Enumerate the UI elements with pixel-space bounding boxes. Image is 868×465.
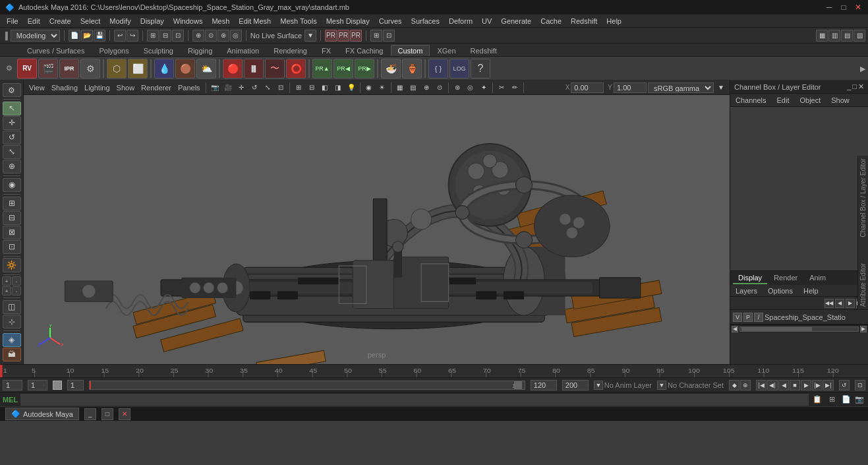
taskbar-minimize-btn[interactable]: _ bbox=[84, 408, 96, 420]
vt-edit2-icon[interactable]: ✏ bbox=[509, 82, 521, 94]
panel-collapse-left[interactable]: ▐ bbox=[3, 32, 8, 40]
lt-render-btn[interactable]: 🔆 bbox=[3, 258, 21, 272]
shelf-pr3-icon[interactable]: PR▶ bbox=[355, 59, 374, 78]
lt-rotate-btn[interactable]: ↺ bbox=[3, 131, 21, 144]
shelf-geo2-icon[interactable]: ▐▌ bbox=[244, 59, 264, 78]
shelf-curve-icon[interactable]: 〜 bbox=[265, 59, 285, 78]
snap-point-btn[interactable]: ⊛ bbox=[217, 30, 229, 42]
lt-grid-btn2[interactable]: - bbox=[12, 276, 21, 286]
range-bar[interactable]: 120 bbox=[89, 381, 525, 390]
shelf-sphere2-icon[interactable]: ⭕ bbox=[286, 59, 306, 78]
shelf-tab-curves[interactable]: Curves / Surfaces bbox=[20, 45, 92, 56]
menu-redshift[interactable]: Redshift bbox=[567, 16, 601, 26]
speed-btn[interactable]: ⊡ bbox=[855, 380, 865, 390]
rp-arrow-first[interactable]: ◀◀ bbox=[825, 299, 834, 308]
shelf-pr2-icon[interactable]: PR◀ bbox=[333, 59, 353, 78]
vt-view[interactable]: View bbox=[26, 83, 47, 92]
timeline-ruler[interactable]: 1 5 10 15 20 25 30 35 40 45 50 55 60 bbox=[0, 365, 868, 377]
layout-btn3[interactable]: ▤ bbox=[841, 30, 853, 42]
snap-surf-btn[interactable]: ◎ bbox=[230, 30, 242, 42]
menu-cache[interactable]: Cache bbox=[536, 16, 565, 26]
menu-windows[interactable]: Windows bbox=[169, 16, 207, 26]
vt-texture-icon[interactable]: ◨ bbox=[332, 82, 344, 94]
shelf-tab-fx[interactable]: FX bbox=[314, 45, 338, 56]
rp-scroll-left-btn[interactable]: ◀ bbox=[732, 326, 738, 332]
select-type-btn[interactable]: ⊟ bbox=[159, 30, 171, 42]
shelf-ipr-icon[interactable]: IPR bbox=[59, 59, 79, 78]
shelf-sphere-icon[interactable]: 🟤 bbox=[175, 59, 195, 78]
lt-universal-btn[interactable]: ⊕ bbox=[3, 160, 21, 173]
viewport-3d[interactable]: X Y Z persp bbox=[24, 95, 730, 364]
lt-settings-btn[interactable]: ⚙ bbox=[3, 83, 21, 97]
lt-soft-sel-btn[interactable]: ◉ bbox=[3, 178, 21, 192]
vt-hud-icon[interactable]: ▤ bbox=[407, 82, 419, 94]
vt-colorspace-dropdown-icon[interactable]: ▼ bbox=[715, 82, 727, 94]
menu-modify[interactable]: Modify bbox=[105, 16, 134, 26]
rp-channels-menu[interactable]: Channels bbox=[733, 96, 768, 105]
rp-layer-p-btn[interactable]: P bbox=[743, 313, 753, 322]
rp-display-tab[interactable]: Display bbox=[733, 272, 767, 284]
menu-mesh[interactable]: Mesh bbox=[208, 16, 233, 26]
menu-file[interactable]: File bbox=[3, 16, 22, 26]
shelf-icon2[interactable]: 🎬 bbox=[38, 59, 58, 78]
menu-display[interactable]: Display bbox=[136, 16, 168, 26]
play-last-btn[interactable]: ▶| bbox=[823, 380, 834, 390]
stop-btn[interactable]: ■ bbox=[790, 380, 800, 390]
shelf-arrow-right[interactable]: ▶ bbox=[860, 64, 865, 73]
shelf-rv-icon[interactable]: RV bbox=[17, 59, 37, 78]
shelf-poly-icon[interactable]: ⬡ bbox=[107, 59, 127, 78]
vtab-attribute-editor[interactable]: Attribute Editor bbox=[859, 263, 867, 307]
rp-edit-menu[interactable]: Edit bbox=[774, 96, 792, 105]
shelf-render2-icon[interactable]: 🏺 bbox=[402, 59, 422, 78]
frame-start-input[interactable] bbox=[3, 380, 22, 390]
menu-uv[interactable]: UV bbox=[478, 16, 496, 26]
taskbar-maya-btn[interactable]: 🔷 Autodesk Maya bbox=[5, 408, 79, 420]
cmd-icon-right[interactable]: ⊞ bbox=[826, 394, 838, 406]
loop-btn[interactable]: ↺ bbox=[839, 380, 850, 390]
taskbar-close-btn[interactable]: ✕ bbox=[119, 408, 130, 420]
anim-extra-btn[interactable]: ⊕ bbox=[740, 380, 751, 390]
lt-move-btn[interactable]: ✛ bbox=[3, 116, 21, 130]
vt-grid-icon[interactable]: ▦ bbox=[394, 82, 406, 94]
play-first-btn[interactable]: |◀ bbox=[756, 380, 767, 390]
layout-btn2[interactable]: ▥ bbox=[828, 30, 840, 42]
shelf-settings-btn[interactable]: ⚙ bbox=[3, 62, 16, 75]
open-scene-btn[interactable]: 📂 bbox=[81, 30, 93, 42]
cmd-icon-left[interactable]: 📋 bbox=[811, 394, 823, 406]
rp-object-menu[interactable]: Object bbox=[797, 96, 823, 105]
shelf-tab-rendering[interactable]: Rendering bbox=[266, 45, 314, 56]
shelf-tab-animation[interactable]: Animation bbox=[219, 45, 266, 56]
save-scene-btn[interactable]: 💾 bbox=[94, 30, 105, 42]
shelf-pr1-icon[interactable]: PR▲ bbox=[312, 59, 332, 78]
shelf-drop-icon[interactable]: 💧 bbox=[154, 59, 174, 78]
rp-scroll-track[interactable] bbox=[739, 326, 859, 332]
rp-arrow-next[interactable]: ▶ bbox=[846, 299, 855, 308]
total-end-input[interactable] bbox=[562, 380, 589, 390]
extra-btn2[interactable]: ⊡ bbox=[383, 30, 395, 42]
play-step-fwd-btn[interactable]: |▶ bbox=[812, 380, 823, 390]
vt-sel-icon[interactable]: ⊙ bbox=[434, 82, 446, 94]
snap-curve-btn[interactable]: ⊙ bbox=[205, 30, 217, 42]
vt-smooth-icon[interactable]: ⊟ bbox=[306, 82, 318, 94]
snap-grid-btn[interactable]: ⊕ bbox=[192, 30, 204, 42]
mode-selector[interactable]: Modeling bbox=[11, 30, 60, 42]
render-btn[interactable]: PR bbox=[325, 30, 337, 42]
ipr-btn[interactable]: PR bbox=[337, 30, 349, 42]
char-set-dropdown-icon[interactable]: ▼ bbox=[657, 381, 666, 390]
shelf-cloud-icon[interactable]: ⛅ bbox=[196, 59, 216, 78]
shelf-tab-redshift[interactable]: Redshift bbox=[463, 45, 504, 56]
rp-max-btn[interactable]: □ bbox=[852, 82, 857, 91]
vt-aa-icon[interactable]: ◉ bbox=[363, 82, 375, 94]
shelf-tab-xgen[interactable]: XGen bbox=[430, 45, 463, 56]
vt-rotate-icon[interactable]: ↺ bbox=[248, 82, 260, 94]
no-live-dropdown[interactable]: ▼ bbox=[304, 30, 316, 42]
play-forward-btn[interactable]: ▶ bbox=[801, 380, 811, 390]
frame-current-input[interactable] bbox=[28, 380, 47, 390]
menu-edit-mesh[interactable]: Edit Mesh bbox=[235, 16, 275, 26]
play-step-back-btn[interactable]: ◀| bbox=[767, 380, 778, 390]
shelf-geo-icon[interactable]: 🔴 bbox=[223, 59, 243, 78]
rp-layer-v-btn[interactable]: V bbox=[733, 313, 742, 322]
vt-scale2-icon[interactable]: ⤡ bbox=[262, 82, 274, 94]
vt-cam2-icon[interactable]: 🎥 bbox=[222, 82, 234, 94]
vt-light-icon[interactable]: 💡 bbox=[345, 82, 357, 94]
